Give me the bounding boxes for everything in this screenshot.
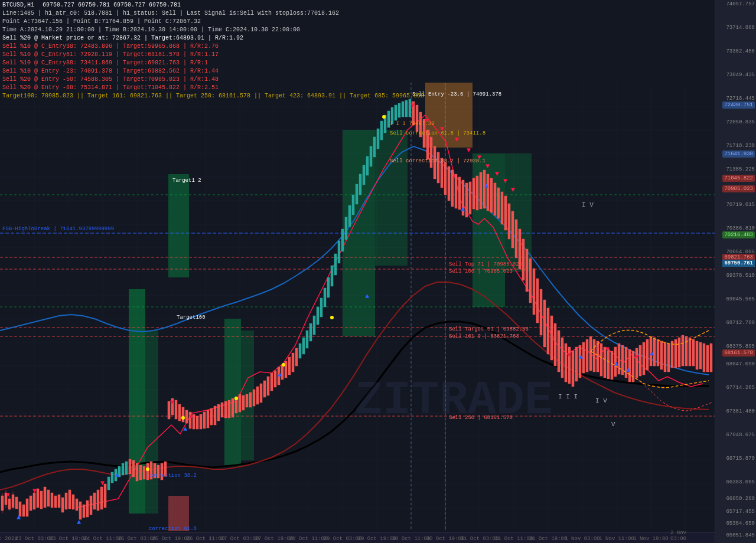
price-68161-hl: 68161.578 [722,349,755,356]
svg-rect-230 [589,336,592,371]
svg-rect-48 [375,130,408,266]
svg-rect-217 [543,300,546,347]
target-label: Target1 2 [172,178,201,184]
svg-rect-176 [398,103,400,117]
svg-point-300 [382,115,386,119]
svg-rect-153 [317,307,319,325]
price-72050: 72050.835 [726,119,755,125]
price-68375: 68375.895 [726,344,755,349]
svg-rect-115 [182,407,184,422]
time-18: 1 Nov 11:00 [599,536,634,542]
svg-text:▲: ▲ [115,471,120,479]
time-20: 2 Nov 03:00 [670,530,700,542]
svg-rect-132 [242,395,245,410]
svg-rect-223 [565,344,567,382]
svg-rect-252 [667,344,670,372]
svg-rect-80 [58,495,60,508]
svg-rect-157 [331,266,333,286]
time-7: 27 Oct 03:00 [221,536,259,542]
time-17: 1 Nov 03:00 [565,536,599,542]
svg-rect-253 [671,341,673,368]
price-71641-hl: 71641.938 [722,151,755,158]
svg-rect-160 [341,229,344,251]
svg-rect-144 [285,361,287,378]
svg-rect-133 [246,394,248,407]
svg-rect-70 [22,505,25,516]
svg-rect-129 [232,398,234,417]
svg-rect-258 [689,338,691,366]
svg-rect-86 [79,502,82,519]
price-69378: 69378.510 [726,273,755,279]
price-current: 69750.761 [722,260,755,267]
sell-target-label: Sell Target 61 | 69882.56 [449,326,529,332]
title-line: BTCUSD,H1 69750.727 69750.781 69750.727 … [2,1,424,9]
price-69045: 69045.505 [726,296,755,302]
svg-rect-166 [363,165,365,185]
svg-rect-169 [373,137,376,157]
svg-rect-148 [299,344,301,358]
time-9: 28 Oct 11:00 [289,536,328,542]
svg-rect-220 [554,323,556,366]
sell-line1: Sell %20 @ Market price or at: 72867.32 … [2,34,424,42]
svg-rect-226 [575,347,578,381]
svg-rect-75 [40,491,43,509]
price-72716: 72716.445 [726,96,755,102]
svg-rect-156 [327,277,330,297]
svg-rect-244 [639,345,641,376]
svg-rect-249 [657,339,659,366]
svg-rect-232 [597,341,599,372]
correction-61-label: correction 61.8 [149,526,197,531]
correction-38-label: correction 38.2 [149,473,197,479]
svg-rect-73 [33,493,35,509]
svg-rect-206 [504,196,507,230]
time-2: 23 Oct 19:00 [50,536,88,542]
svg-rect-74 [37,489,39,508]
svg-rect-167 [366,156,369,175]
wave-label-5: V [611,421,615,428]
svg-rect-150 [306,331,308,348]
price-67048: 67048.675 [726,432,755,438]
svg-rect-238 [618,344,620,374]
svg-rect-199 [480,172,482,209]
svg-rect-254 [674,339,677,368]
svg-rect-219 [550,316,553,360]
time-axis: 22 Oct 2024 23 Oct 03:00 23 Oct 19:00 24… [0,532,715,543]
sell-line3: Sell %10 @ C_Entry61: 72928.119 | Target… [2,51,424,59]
svg-rect-100 [129,459,131,474]
svg-text:▲: ▲ [365,292,370,300]
svg-rect-211 [522,239,524,280]
svg-rect-76 [44,487,46,508]
svg-text:▼: ▼ [495,170,500,178]
svg-rect-139 [267,377,269,395]
svg-point-297 [234,397,238,400]
svg-rect-91 [97,490,99,511]
price-65717: 65717.455 [726,509,755,515]
svg-text:▼: ▼ [511,186,516,194]
time-4: 25 Oct 03:00 [118,536,157,542]
svg-point-298 [282,363,285,367]
sell-correction-38: Sell correction 38.2 | 72928.1 [390,158,485,164]
svg-rect-124 [214,406,216,425]
svg-rect-93 [104,484,106,508]
svg-rect-126 [221,403,223,417]
svg-rect-264 [710,344,712,372]
price-68712: 68712.700 [726,320,755,326]
price-67381: 67381.480 [726,408,755,414]
svg-rect-208 [511,211,514,248]
price-66715: 66715.870 [726,456,755,462]
price-68047: 68047.090 [726,361,755,367]
svg-rect-207 [508,204,510,239]
time-14: 31 Oct 03:00 [461,536,499,542]
svg-rect-209 [515,220,517,258]
svg-rect-201 [487,174,489,211]
sell-line4: Sell %10 @ C_Entry88: 73411.869 | Target… [2,59,424,67]
main-chart-svg: ▲ ▲ ▲ ▲ ▲ ▲ ▲ ▲ ▲ ▲ ▲ ▲ ▼ ▼ ▼ ▼ ▼ ▼ [0,83,715,531]
sell-top-label: Sell Top 71 | 70985.023 [449,261,522,267]
svg-rect-42 [145,331,158,513]
svg-rect-162 [348,205,351,227]
svg-text:▲: ▲ [650,349,654,358]
svg-text:▲: ▲ [183,425,188,433]
svg-rect-104 [143,466,145,479]
svg-rect-127 [224,401,227,418]
svg-rect-233 [600,344,602,376]
